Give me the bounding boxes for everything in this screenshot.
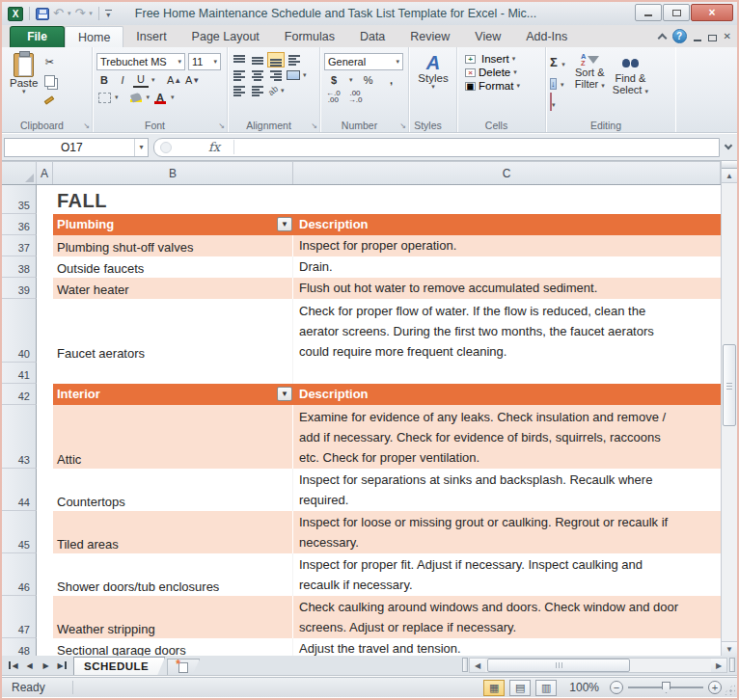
comma-button[interactable]: , [384,72,399,88]
tab-insert[interactable]: Insert [123,26,178,47]
cell-a35[interactable] [37,185,53,214]
cell-a47[interactable] [37,596,53,638]
filter-dropdown-icon[interactable]: ▼ [277,217,292,231]
cell-b41[interactable] [53,363,293,384]
underline-button[interactable]: U [133,72,149,88]
redo-icon[interactable]: ↷ [74,7,85,20]
cell-b40[interactable]: Faucet aerators [53,299,293,363]
cell-c42[interactable]: Description [293,384,721,405]
align-left-button[interactable] [232,68,247,82]
cell-a39[interactable] [37,278,53,299]
row-header-44[interactable]: 44 [2,469,37,511]
borders-button[interactable] [96,90,112,105]
row-header-46[interactable]: 46 [2,553,37,596]
cell-c43[interactable]: Examine for evidence of any leaks. Check… [293,405,721,469]
insert-function-button[interactable]: fx [208,140,234,154]
align-right-button[interactable] [268,68,284,82]
font-size-select[interactable]: 11▾ [188,53,221,70]
first-sheet-button[interactable]: ◀ [6,659,20,673]
merge-center-button[interactable] [287,70,300,80]
cell-a40[interactable] [37,299,53,363]
page-break-view-button[interactable]: ▥ [535,680,557,696]
vertical-scroll-thumb[interactable] [723,344,736,426]
scroll-down-button[interactable]: ▼ [722,641,737,656]
tab-split-handle[interactable] [729,658,735,672]
currency-button[interactable]: $ [326,72,342,88]
cell-c36[interactable]: Description [293,214,721,235]
insert-worksheet-tab[interactable] [167,659,200,675]
cell-b46[interactable]: Shower doors/tub enclosures [53,553,293,596]
column-header-a[interactable]: A [37,162,53,184]
underline-dropdown-icon[interactable]: ▾ [151,77,155,83]
cell-c38[interactable]: Drain. [293,256,721,278]
cell-c44[interactable]: Inspect for separations at sinks and bac… [293,469,721,511]
row-header-40[interactable]: 40 [2,299,37,363]
row-header-38[interactable]: 38 [2,256,37,278]
formula-input[interactable] [234,139,719,156]
top-align-button[interactable] [232,53,247,67]
cell-b35[interactable]: FALL [53,185,293,214]
cell-b47[interactable]: Weather stripping [53,596,293,638]
sheet-tab-schedule[interactable]: SCHEDULE [73,657,165,675]
cut-button[interactable]: ✂ [41,54,57,69]
vertical-scrollbar[interactable]: ▲ ▼ [721,161,737,656]
cell-a38[interactable] [37,256,53,278]
copy-button[interactable] [41,73,57,89]
middle-align-button[interactable] [250,53,265,67]
number-dialog-launcher-icon[interactable]: ↘ [399,122,406,130]
name-box[interactable]: O17 ▾ [4,138,149,157]
cell-b39[interactable]: Water heater [53,278,293,299]
cell-c48[interactable]: Adjust the travel and tension. [293,638,721,656]
cell-b36[interactable]: Plumbing▼ [53,214,293,235]
bottom-align-button[interactable] [268,53,284,67]
sort-filter-button[interactable]: AZ Sort &Filter ▾ [571,51,609,111]
prev-sheet-button[interactable]: ◀ [22,659,37,673]
font-dialog-launcher-icon[interactable]: ↘ [218,122,225,130]
scroll-right-button[interactable]: ▶ [711,659,726,672]
tab-page-layout[interactable]: Page Layout [179,26,272,47]
customize-qat-icon[interactable]: ▾ [105,10,112,17]
expand-formula-bar-button[interactable] [722,138,735,157]
vertical-scroll-track[interactable] [722,183,737,641]
row-header-43[interactable]: 43 [2,405,37,469]
row-header-48[interactable]: 48 [2,638,37,656]
cell-a36[interactable] [37,214,53,235]
row-header-37[interactable]: 37 [2,235,37,256]
fill-color-button[interactable] [128,90,144,105]
format-cells-button[interactable]: ▦Format▾ [465,80,542,92]
decrease-font-button[interactable]: A▼ [185,72,201,88]
zoom-level[interactable]: 100% [569,681,599,694]
decrease-indent-button[interactable] [232,84,247,97]
normal-view-button[interactable]: ▦ [483,680,505,696]
orientation-button[interactable]: ab [266,84,280,97]
font-name-select[interactable]: Trebuchet MS▾ [96,53,185,70]
filter-dropdown-icon[interactable]: ▼ [277,387,292,401]
align-center-button[interactable] [250,68,265,82]
save-icon[interactable] [36,8,49,20]
alignment-dialog-launcher-icon[interactable]: ↘ [311,122,317,130]
cell-b44[interactable]: Countertops [53,469,293,511]
row-header-39[interactable]: 39 [2,278,37,299]
format-painter-button[interactable] [41,93,57,108]
clear-button[interactable]: ▾ [550,94,565,111]
delete-cells-button[interactable]: ×Delete▾ [465,67,542,78]
tab-home[interactable]: Home [65,26,123,47]
number-format-select[interactable]: General▾ [324,53,403,70]
tab-formulas[interactable]: Formulas [272,26,347,47]
percent-button[interactable]: % [361,72,376,88]
tab-data[interactable]: Data [347,26,397,47]
paste-button[interactable]: Paste▾ [6,51,41,108]
cell-a42[interactable] [37,384,53,405]
cell-c39[interactable]: Flush out hot water to remove accumulate… [293,278,721,299]
cell-b38[interactable]: Outside faucets [53,256,293,278]
select-all-corner[interactable] [2,162,37,184]
redo-dropdown-icon[interactable]: ▾ [89,10,93,17]
row-header-35[interactable]: 35 [2,185,37,214]
autosum-button[interactable]: Σ ▾ [550,53,565,70]
increase-font-button[interactable]: A▲ [167,72,182,88]
cell-c37[interactable]: Inspect for proper operation. [293,235,721,256]
tab-view[interactable]: View [462,26,513,47]
horizontal-scrollbar[interactable]: ◀ ▶ [469,658,727,673]
cell-a44[interactable] [37,469,53,511]
cell-c45[interactable]: Inspect for loose or missing grout or ca… [293,511,721,553]
